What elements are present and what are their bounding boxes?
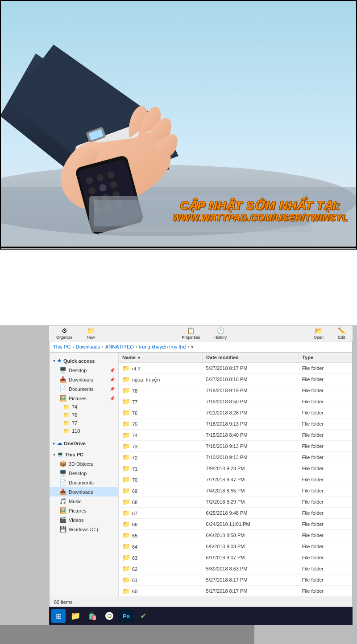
table-row[interactable]: 📁ngoại truyện5/27/2018 8:16 PMFile folde…: [119, 374, 352, 385]
downloads-quick-icon: 📥: [59, 376, 66, 383]
table-row[interactable]: 📁737/18/2018 9:13 PMFile folder: [119, 441, 352, 452]
table-row[interactable]: 📁676/25/2018 9:48 PMFile folder: [119, 508, 352, 519]
file-name-cell: 📁77: [119, 396, 203, 407]
nav-item-3d-objects[interactable]: 📦 3D Objects: [50, 459, 118, 468]
file-name-cell: 📁63: [119, 552, 203, 563]
nav-item-windows-c[interactable]: 💾 Windows (C:): [50, 525, 118, 534]
table-row[interactable]: 📁707/7/2018 9:47 PMFile folder: [119, 474, 352, 485]
table-row[interactable]: 📁646/5/2018 9:03 PMFile folder: [119, 541, 352, 552]
nav-sub-item-110-label: 110: [72, 428, 80, 434]
table-row[interactable]: 📁777/19/2018 8:50 PMFile folder: [119, 396, 352, 407]
file-type-cell: File folder: [299, 485, 352, 496]
table-row[interactable]: 📁nt 25/27/2018 8:17 PMFile folder: [119, 363, 352, 374]
file-type-cell: File folder: [299, 463, 352, 474]
folder-icon: 📁: [122, 376, 130, 383]
nav-item-pictures-quick[interactable]: 🖼️ Pictures 📌: [50, 394, 118, 403]
history-icon: 🕐: [217, 327, 224, 334]
open-label: Open: [314, 335, 324, 340]
folder-icon: 📁: [122, 420, 130, 427]
nav-item-downloads-pc[interactable]: 📥 Downloads: [50, 487, 118, 496]
file-type-cell: File folder: [299, 396, 352, 407]
folder-icon: 📁: [122, 398, 130, 405]
file-name-cell: 📁62: [119, 563, 203, 574]
table-row[interactable]: 📁687/2/2018 8:29 PMFile folder: [119, 496, 352, 508]
nav-item-desktop-quick[interactable]: 🖥️ Desktop 📌: [50, 365, 118, 375]
new-button[interactable]: 📁 New: [84, 326, 98, 340]
folder-icon: 📁: [122, 498, 130, 505]
file-date-cell: 7/19/2018 9:19 PM: [203, 385, 299, 396]
file-name-cell: 📁65: [119, 530, 203, 541]
col-header-type[interactable]: Type: [299, 353, 352, 363]
table-row[interactable]: 📁625/30/2018 8:53 PMFile folder: [119, 563, 352, 574]
nav-item-documents-quick[interactable]: 📄 Documents 📌: [50, 384, 118, 394]
edit-button[interactable]: ✏️ Edit: [335, 326, 348, 340]
nav-sub-item-77[interactable]: 📁 77: [50, 419, 118, 427]
onedrive-header[interactable]: ▸ ☁ OneDrive: [50, 439, 118, 448]
nav-item-documents-pc[interactable]: 📄 Documents: [50, 478, 118, 487]
table-row[interactable]: 📁727/10/2018 9:13 PMFile folder: [119, 452, 352, 463]
breadcrumb-item-folder[interactable]: trung khuyến truy thế: [139, 344, 186, 350]
table-header-row: Name ▾ Date modified Type: [119, 353, 352, 363]
nav-item-desktop-pc[interactable]: 🖥️ Desktop: [50, 468, 118, 478]
nav-item-windows-c-label: Windows (C:): [69, 527, 98, 532]
manga-text-overlay: CẬP NHẬT SỚM NHẤT TẠI: WWW.WATTPAD.COM/U…: [173, 199, 349, 223]
breadcrumb-item-downloads[interactable]: Downloads: [76, 344, 100, 349]
store-button[interactable]: 🛍️: [85, 609, 100, 623]
chrome-button[interactable]: [102, 609, 116, 623]
white-gap: [0, 250, 357, 325]
table-row[interactable]: 📁656/6/2018 8:58 PMFile folder: [119, 530, 352, 541]
folder-76-icon: 📁: [63, 412, 70, 418]
quick-access-header[interactable]: ▾ ★ Quick access: [50, 356, 118, 365]
edit-label: Edit: [338, 335, 345, 340]
file-type-cell: File folder: [299, 586, 352, 597]
table-row[interactable]: 📁605/27/2018 8:17 PMFile folder: [119, 586, 352, 597]
nav-item-pictures-pc[interactable]: 🖼️ Pictures: [50, 506, 118, 515]
breadcrumb-item-this-pc[interactable]: This PC: [53, 344, 71, 349]
table-row[interactable]: 📁615/27/2018 8:17 PMFile folder: [119, 574, 352, 586]
table-row[interactable]: 📁747/15/2018 8:40 PMFile folder: [119, 430, 352, 441]
history-button[interactable]: 🕐 History: [212, 326, 229, 340]
file-type-cell: File folder: [299, 496, 352, 508]
taskbar: ⊞ 📁 🛍️ Ps ✔: [49, 607, 353, 625]
folder-icon: 📁: [122, 454, 130, 461]
breadcrumb-dropdown-arrow[interactable]: ▾: [191, 344, 194, 350]
explorer-toolbar: ⚙ Organize 📁 New 📋 Properties 🕐 History …: [49, 325, 353, 341]
file-explorer-button[interactable]: 📁: [68, 609, 83, 623]
organize-button[interactable]: ⚙ Organize: [54, 326, 75, 340]
check-button[interactable]: ✔: [136, 609, 150, 623]
start-button[interactable]: ⊞: [51, 609, 66, 623]
properties-button[interactable]: 📋 Properties: [179, 326, 203, 340]
nav-item-music[interactable]: 🎵 Music: [50, 496, 118, 506]
table-row[interactable]: 📁666/24/2018 11:01 PMFile folder: [119, 519, 352, 530]
nav-sub-item-74[interactable]: 📁 74: [50, 403, 118, 411]
this-pc-header[interactable]: ▾ 💻 This PC: [50, 450, 118, 459]
table-row[interactable]: 📁697/4/2018 8:55 PMFile folder: [119, 485, 352, 496]
nav-item-videos[interactable]: 🎬 Videos: [50, 515, 118, 525]
col-header-name[interactable]: Name ▾: [119, 353, 203, 363]
onedrive-cloud-icon: ☁: [57, 440, 62, 446]
desktop-pc-icon: 🖥️: [59, 470, 66, 476]
nav-item-desktop-pc-label: Desktop: [69, 471, 87, 476]
folder-icon: 📁: [122, 576, 130, 583]
nav-item-music-label: Music: [69, 499, 82, 504]
open-button[interactable]: 📂 Open: [311, 326, 326, 340]
file-type-cell: File folder: [299, 519, 352, 530]
table-row[interactable]: 📁717/9/2018 9:23 PMFile folder: [119, 463, 352, 474]
file-date-cell: 7/10/2018 9:13 PM: [203, 452, 299, 463]
nav-sub-item-74-label: 74: [72, 404, 77, 410]
pictures-quick-icon: 🖼️: [59, 395, 66, 402]
nav-sub-item-76[interactable]: 📁 76: [50, 411, 118, 419]
table-row[interactable]: 📁757/18/2018 9:13 PMFile folder: [119, 418, 352, 430]
table-row[interactable]: 📁636/1/2018 9:07 PMFile folder: [119, 552, 352, 563]
nav-sub-item-110[interactable]: 📁 110: [50, 427, 118, 435]
nav-item-downloads-quick[interactable]: 📥 Downloads 📌: [50, 375, 118, 384]
breadcrumb-item-anna-ryeo[interactable]: ANNA RYEO: [105, 344, 134, 349]
folder-icon: 📁: [122, 554, 130, 561]
pin-icon-2: 📌: [110, 377, 115, 382]
table-row[interactable]: 📁767/21/2018 8:28 PMFile folder: [119, 407, 352, 418]
table-row[interactable]: 📁787/19/2018 9:19 PMFile folder: [119, 385, 352, 396]
file-name-cell: 📁68: [119, 496, 203, 508]
photoshop-button[interactable]: Ps: [119, 610, 133, 622]
svg-point-26: [108, 615, 111, 617]
col-header-date[interactable]: Date modified: [203, 353, 299, 363]
